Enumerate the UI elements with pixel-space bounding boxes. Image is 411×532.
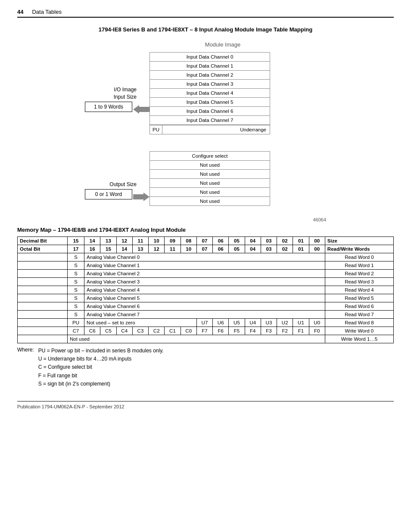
table-row: S Analog Value Channel 3 Read Word 3 [18, 278, 394, 286]
where-line-0: PU = Power up bit – included in series B… [38, 347, 164, 355]
input-arrow-svg [133, 105, 149, 114]
channel-row-3: Input Data Channel 3 [150, 80, 270, 89]
f6: F6 [213, 327, 229, 335]
decimal-bit-header: Decimal Bit [18, 237, 68, 245]
bit-03: 03 [261, 237, 277, 245]
row-col1 [18, 286, 68, 294]
table-row: S Analog Value Channel 6 Read Word 6 [18, 302, 394, 311]
where-label: Where: [17, 347, 34, 388]
table-row: S Analog Value Channel 5 Read Word 5 [18, 294, 394, 302]
obit-17: 17 [67, 245, 84, 253]
analog-ch2: Analog Value Channel 2 [84, 270, 325, 278]
diagram: Module Image Input Data Channel 0 Input … [85, 41, 326, 222]
where-content: PU = Power up bit – included in series B… [38, 347, 164, 388]
output-row-0: Configure select [150, 152, 270, 161]
output-row-4: Not used [150, 188, 270, 197]
input-arrow [133, 105, 149, 114]
bit-09: 09 [165, 237, 181, 245]
channel-row-6: Input Data Channel 6 [150, 107, 270, 116]
channel-row-4: Input Data Channel 4 [150, 89, 270, 98]
row-col1 [18, 294, 68, 302]
page-footer: Publication 1794-UM062A-EN-P - September… [17, 401, 394, 409]
obit-03: 03 [261, 245, 277, 253]
size-header: Size [325, 237, 393, 245]
table-row: S Analog Value Channel 7 Read Word 7 [18, 311, 394, 319]
row-s-4: S [67, 286, 84, 294]
write-word-15: Write Word 1…5 [325, 335, 393, 343]
bit-13: 13 [100, 237, 116, 245]
u1: U1 [293, 319, 309, 327]
output-channels-box: Configure select Not used Not used Not u… [149, 151, 270, 206]
c6: C6 [84, 327, 100, 335]
f3: F3 [261, 327, 277, 335]
svg-marker-0 [133, 105, 149, 114]
channel-row-1: Input Data Channel 1 [150, 62, 270, 71]
page-header: 44 Data Tables [17, 9, 394, 18]
obit-05: 05 [229, 245, 245, 253]
rw-8: Read Word 8 [325, 319, 393, 327]
f2: F2 [277, 327, 293, 335]
where-line-3: F = Full range bit [38, 372, 164, 380]
c4: C4 [116, 327, 132, 335]
pu-row-col1 [18, 319, 68, 327]
ref-number: 46064 [313, 217, 326, 222]
obit-15: 15 [100, 245, 116, 253]
c5: C5 [100, 327, 116, 335]
bit-12: 12 [116, 237, 132, 245]
c3: C3 [132, 327, 148, 335]
u5: U5 [229, 319, 245, 327]
output-row-3: Not used [150, 179, 270, 188]
input-size-box: 1 to 9 Words [85, 102, 132, 112]
rw-6: Read Word 6 [325, 302, 393, 311]
bit-08: 08 [181, 237, 196, 245]
c7: C7 [67, 327, 84, 335]
table-row: Not used Write Word 1…5 [18, 335, 394, 343]
where-line-4: S = sign bit (in 2's complement) [38, 380, 164, 388]
bit-14: 14 [84, 237, 100, 245]
channel-row-5: Input Data Channel 5 [150, 98, 270, 107]
rw-words-header: Read/Write Words [325, 245, 393, 253]
c0: C0 [181, 327, 196, 335]
u2: U2 [277, 319, 293, 327]
row-s-5: S [67, 294, 84, 302]
analog-ch0: Analog Value Channel 0 [84, 253, 325, 261]
bit-06: 06 [213, 237, 229, 245]
rw-3: Read Word 3 [325, 278, 393, 286]
input-channels-box: Input Data Channel 0 Input Data Channel … [149, 52, 270, 134]
analog-ch6: Analog Value Channel 6 [84, 302, 325, 311]
row-col1 [18, 311, 68, 319]
octal-bit-header: Octal Bit [18, 245, 68, 253]
obit-12: 12 [149, 245, 165, 253]
output-row-5: Not used [150, 197, 270, 205]
bit-10: 10 [149, 237, 165, 245]
bit-07: 07 [196, 237, 212, 245]
f4: F4 [245, 327, 261, 335]
analog-ch1: Analog Value Channel 1 [84, 261, 325, 270]
u0: U0 [309, 319, 325, 327]
channel-row-0: Input Data Channel 0 [150, 53, 270, 62]
output-size-box: 0 or 1 Word [85, 189, 132, 199]
rw-4: Read Word 4 [325, 286, 393, 294]
obit-13: 13 [132, 245, 148, 253]
row-col1 [18, 302, 68, 311]
table-header-row2: Octal Bit 17 16 15 14 13 12 11 10 07 06 … [18, 245, 394, 253]
f5: F5 [229, 327, 245, 335]
rw-5: Read Word 5 [325, 294, 393, 302]
obit-14: 14 [116, 245, 132, 253]
f1: F1 [293, 327, 309, 335]
module-image-label: Module Image [162, 41, 283, 48]
analog-ch5: Analog Value Channel 5 [84, 294, 325, 302]
output-arrow-svg [133, 193, 149, 201]
table-row: C7 C6 C5 C4 C3 C2 C1 C0 F7 F6 F5 F4 F3 F… [18, 327, 394, 335]
obit-10: 10 [181, 245, 196, 253]
u7: U7 [196, 319, 212, 327]
memory-map-table: Decimal Bit 15 14 13 12 11 10 09 08 07 0… [17, 236, 394, 343]
table-header-row1: Decimal Bit 15 14 13 12 11 10 09 08 07 0… [18, 237, 394, 245]
bit-01: 01 [293, 237, 309, 245]
output-row-2: Not used [150, 170, 270, 179]
table-row: PU Not used – set to zero U7 U6 U5 U4 U3… [18, 319, 394, 327]
table-row: S Analog Value Channel 2 Read Word 2 [18, 270, 394, 278]
page-section: Data Tables [32, 9, 61, 15]
c1: C1 [165, 327, 181, 335]
row-col1 [18, 278, 68, 286]
